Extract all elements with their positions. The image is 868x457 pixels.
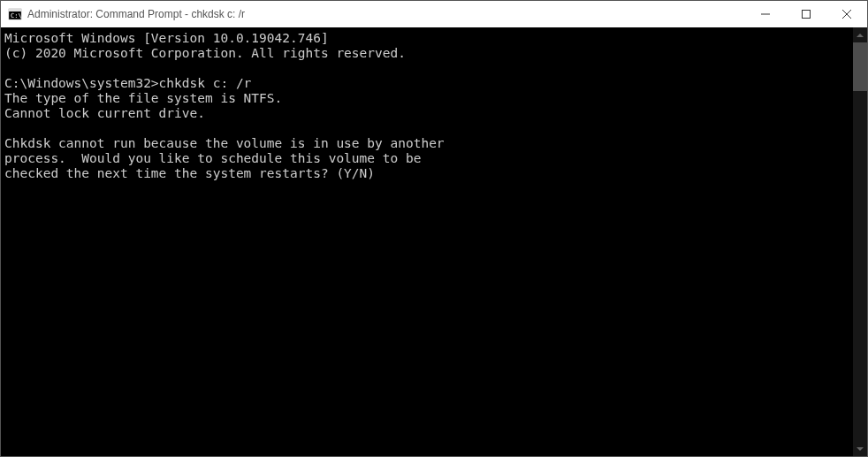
scroll-down-button[interactable] <box>853 441 867 456</box>
console-line: Microsoft Windows [Version 10.0.19042.74… <box>4 31 329 45</box>
console-line: The type of the file system is NTFS. <box>4 91 282 105</box>
console-body: Microsoft Windows [Version 10.0.19042.74… <box>1 27 867 456</box>
window-controls <box>745 1 867 27</box>
svg-marker-8 <box>857 447 864 451</box>
svg-rect-4 <box>803 11 811 19</box>
console-output[interactable]: Microsoft Windows [Version 10.0.19042.74… <box>1 27 853 456</box>
scrollbar-track[interactable] <box>853 42 867 441</box>
window-title: Administrator: Command Prompt - chkdsk c… <box>27 8 245 20</box>
console-line: checked the next time the system restart… <box>4 166 375 180</box>
console-line: (c) 2020 Microsoft Corporation. All righ… <box>4 46 406 60</box>
console-line: process. Would you like to schedule this… <box>4 151 421 165</box>
titlebar[interactable]: C:\ Administrator: Command Prompt - chkd… <box>1 1 867 27</box>
svg-text:C:\: C:\ <box>11 12 22 19</box>
svg-rect-1 <box>9 9 21 11</box>
vertical-scrollbar[interactable] <box>853 27 867 456</box>
minimize-button[interactable] <box>745 1 786 27</box>
console-line: Chkdsk cannot run because the volume is … <box>4 136 445 150</box>
app-icon: C:\ <box>8 7 22 21</box>
close-button[interactable] <box>826 1 867 27</box>
maximize-button[interactable] <box>786 1 826 27</box>
console-line: C:\Windows\system32>chkdsk c: /r <box>4 76 251 90</box>
scrollbar-thumb[interactable] <box>853 42 867 91</box>
scroll-up-button[interactable] <box>853 27 867 42</box>
svg-marker-7 <box>857 34 864 37</box>
console-line: Cannot lock current drive. <box>4 106 205 120</box>
